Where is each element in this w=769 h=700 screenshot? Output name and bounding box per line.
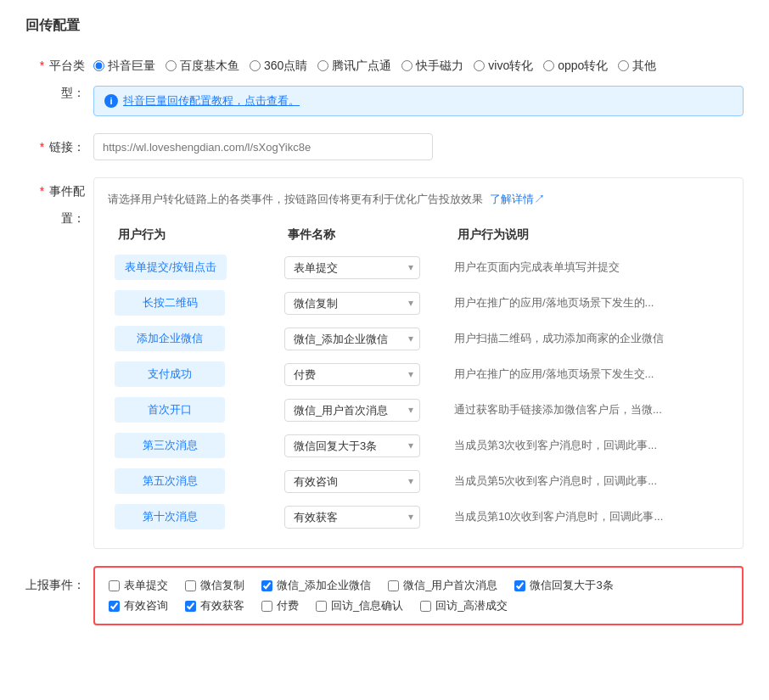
behavior-tag[interactable]: 添加企业微信 <box>115 326 225 351</box>
event-select[interactable]: 付费 <box>284 363 420 386</box>
behavior-tag[interactable]: 表单提交/按钮点击 <box>115 255 227 280</box>
checkbox-label: 微信回复大于3条 <box>530 578 613 593</box>
behavior-cell: 表单提交/按钮点击 <box>108 249 278 285</box>
event-select[interactable]: 表单提交 <box>284 256 420 279</box>
report-checkbox-item[interactable]: 有效获客 <box>185 598 244 613</box>
event-cell[interactable]: 有效咨询 <box>278 463 447 499</box>
behavior-tag[interactable]: 首次开口 <box>115 397 225 423</box>
platform-option-other[interactable]: 其他 <box>618 52 656 79</box>
platform-option-tencent[interactable]: 腾讯广点通 <box>317 52 391 79</box>
learn-more-link[interactable]: 了解详情↗ <box>490 193 545 205</box>
report-checkbox-item[interactable]: 微信_用户首次消息 <box>388 578 497 593</box>
report-checkbox-item[interactable]: 微信回复大于3条 <box>514 578 613 593</box>
link-row: * 链接： <box>25 133 744 160</box>
behavior-cell: 添加企业微信 <box>108 321 278 356</box>
desc-text: 用户在页面内完成表单填写并提交 <box>454 260 620 273</box>
desc-text: 通过获客助手链接添加微信客户后，当微... <box>454 403 662 416</box>
event-config-wrapper: 请选择用户转化链路上的各类事件，按链路回传将更有利于优化广告投放效果 了解详情↗… <box>93 177 744 549</box>
report-events-row2: 有效咨询有效获客付费回访_信息确认回访_高潜成交 <box>109 598 728 613</box>
report-events-row: 上报事件： 表单提交微信复制微信_添加企业微信微信_用户首次消息微信回复大于3条… <box>25 566 744 625</box>
event-select[interactable]: 有效咨询 <box>284 470 420 493</box>
desc-cell: 当成员第5次收到客户消息时，回调此事... <box>447 463 729 499</box>
platform-option-360[interactable]: 360点睛 <box>250 52 307 79</box>
checkbox-label: 回访_信息确认 <box>331 598 403 613</box>
platform-option-vivo[interactable]: vivo转化 <box>474 52 533 79</box>
event-cell[interactable]: 表单提交 <box>278 249 447 285</box>
report-checkbox-item[interactable]: 回访_高潜成交 <box>420 598 508 613</box>
checkbox-label: 微信_添加企业微信 <box>277 578 371 593</box>
report-checkbox-item[interactable]: 有效咨询 <box>109 598 168 613</box>
desc-cell: 当成员第10次收到客户消息时，回调此事... <box>447 499 729 535</box>
platform-options: 抖音巨量 百度基木鱼 360点睛 腾讯广点通 快手磁力 vivo转化 oppo转… <box>93 52 744 79</box>
event-table: 用户行为 事件名称 用户行为说明 表单提交/按钮点击表单提交用户在页面内完成表单… <box>108 221 729 535</box>
checkbox-label: 有效获客 <box>200 598 244 613</box>
behavior-tag[interactable]: 长按二维码 <box>115 290 225 316</box>
checkbox-label: 有效咨询 <box>124 598 168 613</box>
report-checkbox-item[interactable]: 微信复制 <box>185 578 244 593</box>
event-select[interactable]: 微信_添加企业微信 <box>284 328 420 350</box>
event-select[interactable]: 有效获客 <box>284 506 420 529</box>
info-banner-link[interactable]: 抖音巨量回传配置教程，点击查看。 <box>123 94 300 107</box>
desc-text: 用户扫描二维码，成功添加商家的企业微信 <box>454 332 664 344</box>
report-checkbox-item[interactable]: 付费 <box>261 598 299 613</box>
platform-option-oppo[interactable]: oppo转化 <box>543 52 608 79</box>
event-cell[interactable]: 微信_用户首次消息 <box>278 392 447 428</box>
report-events-label: 上报事件： <box>25 566 93 598</box>
behavior-tag[interactable]: 第三次消息 <box>115 433 225 458</box>
checkbox-label: 微信复制 <box>200 578 244 593</box>
event-cell[interactable]: 有效获客 <box>278 499 447 535</box>
table-row: 第三次消息微信回复大于3条当成员第3次收到客户消息时，回调此事... <box>108 428 729 463</box>
link-input[interactable] <box>93 133 433 160</box>
platform-option-kuaishou[interactable]: 快手磁力 <box>401 52 463 79</box>
checkbox-label: 回访_高潜成交 <box>435 598 508 613</box>
table-row: 表单提交/按钮点击表单提交用户在页面内完成表单填写并提交 <box>108 249 729 285</box>
platform-type-row: * 平台类型： 抖音巨量 百度基木鱼 360点睛 腾讯广点通 快手磁力 vivo… <box>25 52 744 116</box>
report-checkbox-item[interactable]: 回访_信息确认 <box>316 598 403 613</box>
page-title: 回传配置 <box>25 17 744 35</box>
table-row: 添加企业微信微信_添加企业微信用户扫描二维码，成功添加商家的企业微信 <box>108 321 729 356</box>
event-select[interactable]: 微信复制 <box>284 292 420 315</box>
platform-option-douyin[interactable]: 抖音巨量 <box>93 52 155 79</box>
report-checkbox-item[interactable]: 微信_添加企业微信 <box>261 578 371 593</box>
event-config-row: * 事件配置： 请选择用户转化链路上的各类事件，按链路回传将更有利于优化广告投放… <box>25 177 744 549</box>
checkbox-label: 表单提交 <box>124 578 168 593</box>
report-checkbox-item[interactable]: 表单提交 <box>109 578 168 593</box>
platform-option-baidu[interactable]: 百度基木鱼 <box>166 52 239 79</box>
table-row: 支付成功付费用户在推广的应用/落地页场景下发生交... <box>108 356 729 392</box>
required-star: * <box>40 59 44 72</box>
report-events-row1: 表单提交微信复制微信_添加企业微信微信_用户首次消息微信回复大于3条 <box>109 578 728 593</box>
table-row: 首次开口微信_用户首次消息通过获客助手链接添加微信客户后，当微... <box>108 392 729 428</box>
behavior-cell: 第十次消息 <box>108 499 278 535</box>
desc-text: 当成员第3次收到客户消息时，回调此事... <box>454 439 657 451</box>
behavior-tag[interactable]: 支付成功 <box>115 361 225 387</box>
behavior-cell: 第三次消息 <box>108 428 278 463</box>
desc-cell: 用户在页面内完成表单填写并提交 <box>447 249 729 285</box>
desc-text: 当成员第5次收到客户消息时，回调此事... <box>454 474 657 487</box>
event-cell[interactable]: 微信复制 <box>278 285 447 321</box>
event-cell[interactable]: 微信_添加企业微信 <box>278 321 447 356</box>
table-row: 第五次消息有效咨询当成员第5次收到客户消息时，回调此事... <box>108 463 729 499</box>
event-cell[interactable]: 微信回复大于3条 <box>278 428 447 463</box>
desc-text: 用户在推广的应用/落地页场景下发生交... <box>454 367 654 380</box>
desc-cell: 用户在推广的应用/落地页场景下发生的... <box>447 285 729 321</box>
info-banner-text: 抖音巨量回传配置教程，点击查看。 <box>123 93 300 109</box>
behavior-tag[interactable]: 第五次消息 <box>115 468 225 494</box>
info-banner: i 抖音巨量回传配置教程，点击查看。 <box>93 86 744 116</box>
table-row: 第十次消息有效获客当成员第10次收到客户消息时，回调此事... <box>108 499 729 535</box>
event-config-label: * 事件配置： <box>25 177 93 232</box>
behavior-cell: 首次开口 <box>108 392 278 428</box>
col-header-event: 事件名称 <box>278 221 447 249</box>
behavior-cell: 第五次消息 <box>108 463 278 499</box>
event-select[interactable]: 微信_用户首次消息 <box>284 399 420 422</box>
event-select[interactable]: 微信回复大于3条 <box>284 434 420 457</box>
event-cell[interactable]: 付费 <box>278 356 447 392</box>
desc-cell: 用户扫描二维码，成功添加商家的企业微信 <box>447 321 729 356</box>
col-header-behavior: 用户行为 <box>108 221 278 249</box>
event-description: 请选择用户转化链路上的各类事件，按链路回传将更有利于优化广告投放效果 了解详情↗ <box>108 192 729 207</box>
desc-text: 当成员第10次收到客户消息时，回调此事... <box>454 510 663 523</box>
desc-cell: 用户在推广的应用/落地页场景下发生交... <box>447 356 729 392</box>
behavior-tag[interactable]: 第十次消息 <box>115 504 225 529</box>
info-icon: i <box>104 94 118 108</box>
checkbox-label: 微信_用户首次消息 <box>403 578 497 593</box>
desc-cell: 当成员第3次收到客户消息时，回调此事... <box>447 428 729 463</box>
